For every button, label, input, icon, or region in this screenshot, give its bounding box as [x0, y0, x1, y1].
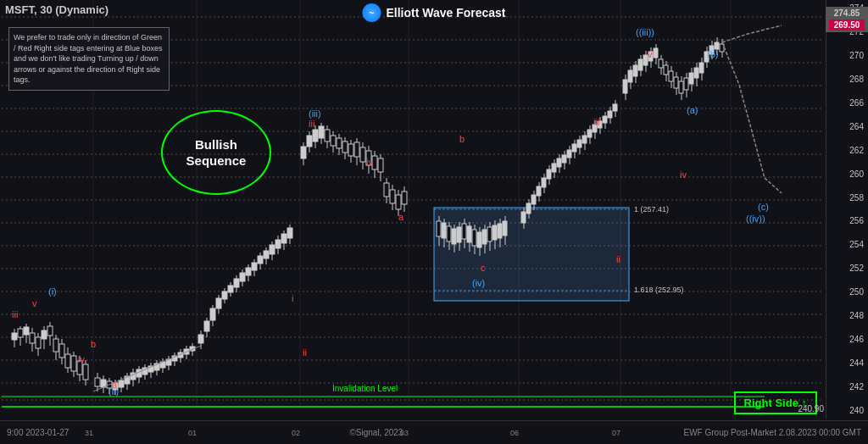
svg-rect-174: [472, 230, 476, 246]
svg-rect-108: [246, 268, 251, 275]
price-260: 260: [828, 169, 866, 179]
svg-rect-238: [654, 48, 658, 58]
signal-text: ©Signal, 2023: [349, 428, 403, 437]
date-31: 31: [85, 429, 93, 437]
svg-rect-208: [572, 144, 576, 152]
wave-label-ppiv-projected: ((iv)): [746, 214, 765, 224]
wave-label-c-box: c: [481, 263, 486, 273]
svg-rect-206: [567, 150, 571, 158]
svg-rect-164: [447, 226, 451, 241]
svg-rect-210: [577, 140, 581, 147]
price-level-1: 1 (257.41): [634, 205, 669, 214]
price-248: 248: [828, 311, 866, 320]
current-price: 274.85: [829, 8, 865, 18]
wave-label-b-left: b: [91, 339, 96, 349]
svg-rect-154: [390, 190, 395, 203]
price-252: 252: [828, 264, 866, 273]
svg-text:Invalidation Level: Invalidation Level: [332, 384, 398, 393]
svg-rect-170: [462, 224, 466, 239]
svg-rect-222: [608, 111, 612, 118]
logo-text: Elliott Wave Forecast: [386, 6, 505, 19]
svg-rect-162: [442, 223, 446, 238]
svg-rect-58: [95, 378, 100, 386]
svg-rect-100: [222, 291, 227, 299]
svg-rect-160: [437, 221, 441, 236]
wave-label-pb-right: (b): [707, 49, 718, 59]
svg-rect-230: [633, 65, 637, 76]
chart-container: Invalidation Level: [0, 0, 868, 444]
svg-rect-158: [402, 191, 407, 204]
svg-rect-104: [234, 279, 239, 287]
current-price-box: 274.85 269.50: [826, 7, 868, 32]
svg-rect-92: [198, 335, 203, 343]
svg-rect-42: [42, 330, 47, 339]
title-text: MSFT, 30 (Dynamic): [5, 3, 108, 16]
bullish-sequence-circle: BullishSequence: [161, 110, 271, 195]
bottom-bar: 9:00 2023-01-27 ©Signal, 2023 EWF Group …: [0, 420, 868, 444]
price-262: 262: [828, 146, 866, 155]
svg-rect-214: [587, 130, 592, 137]
svg-rect-152: [384, 183, 389, 197]
wave-label-ii-mid: ii: [303, 347, 307, 358]
wave-label-v-left: v: [32, 298, 37, 308]
svg-rect-52: [71, 356, 76, 371]
svg-rect-96: [210, 308, 215, 320]
svg-rect-204: [562, 155, 566, 163]
svg-line-265: [93, 346, 201, 391]
svg-rect-32: [12, 333, 17, 340]
svg-rect-180: [487, 227, 492, 241]
svg-rect-112: [258, 256, 263, 264]
svg-rect-256: [699, 63, 704, 73]
svg-rect-132: [325, 130, 330, 142]
bottom-left-text: 9:00 2023-01-27: [7, 428, 69, 437]
svg-rect-122: [287, 228, 292, 238]
candles-early: [12, 322, 88, 386]
svg-rect-200: [552, 164, 556, 172]
wave-label-iv-right: iv: [680, 169, 687, 180]
wave-label-pc-projected: (c): [758, 202, 769, 212]
svg-rect-118: [275, 240, 281, 248]
wave-label-pi-left: (i): [48, 286, 57, 297]
svg-rect-150: [378, 158, 383, 172]
wave-label-v-right: v: [648, 49, 653, 59]
wave-label-piv-box: (iv): [472, 278, 485, 288]
wave-label-iv-left: iv: [78, 354, 85, 364]
wave-label-pii-left: (ii): [108, 386, 119, 397]
svg-rect-134: [331, 136, 336, 146]
svg-rect-168: [457, 227, 461, 242]
svg-rect-244: [669, 71, 673, 81]
price-268: 268: [828, 75, 866, 84]
svg-rect-144: [360, 147, 365, 162]
svg-rect-120: [281, 234, 287, 243]
date-02: 02: [292, 429, 300, 437]
bottom-right-text: EWF Group Post-Market 2.08.2023 00:00 GM…: [683, 428, 861, 437]
date-03: 03: [400, 429, 409, 437]
wave-label-b-right: b: [459, 134, 465, 144]
svg-rect-156: [396, 195, 401, 209]
svg-rect-38: [30, 333, 35, 343]
wave-label-iii-right: iii: [593, 117, 599, 127]
candles-peak2: [623, 44, 698, 100]
svg-rect-178: [482, 230, 487, 244]
svg-rect-224: [613, 104, 617, 111]
svg-rect-220: [603, 116, 607, 123]
price-250: 250: [828, 287, 866, 297]
wave-label-piii-peak: (iii): [309, 108, 321, 119]
svg-rect-126: [307, 136, 312, 147]
svg-rect-176: [477, 232, 481, 247]
note-text: We prefer to trade only in direction of …: [14, 33, 163, 84]
current-price2: 269.50: [829, 19, 865, 31]
svg-rect-212: [582, 136, 587, 143]
svg-rect-250: [684, 78, 688, 90]
svg-rect-116: [270, 245, 275, 254]
svg-rect-198: [547, 169, 551, 179]
bullish-sequence-label: BullishSequence: [186, 136, 247, 169]
wave-label-iv-peak: iv: [366, 157, 373, 167]
price-254: 254: [828, 240, 866, 249]
date-06: 06: [510, 429, 519, 437]
svg-rect-28: [434, 208, 629, 301]
svg-rect-194: [537, 186, 541, 196]
svg-rect-94: [204, 321, 209, 331]
svg-rect-44: [47, 326, 53, 336]
svg-rect-192: [531, 195, 536, 204]
